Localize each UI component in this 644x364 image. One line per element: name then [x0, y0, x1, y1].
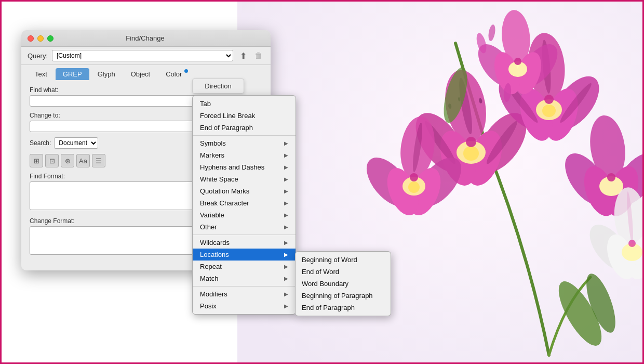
svg-point-25	[544, 95, 554, 104]
submenu-arrow-symbols: ▶	[284, 140, 288, 146]
svg-point-48	[514, 58, 521, 65]
menu-item-end-of-paragraph[interactable]: End of Paragraph	[193, 122, 296, 134]
list-icon[interactable]: ☰	[92, 154, 105, 167]
menu-separator-1	[193, 135, 296, 136]
submenu-arrow-hyphens: ▶	[284, 164, 288, 170]
submenu-arrow-quotes: ▶	[284, 188, 288, 194]
svg-point-24	[542, 105, 556, 117]
menu-item-repeat[interactable]: Repeat ▶	[193, 261, 296, 272]
menu-item-variable[interactable]: Variable ▶	[193, 209, 296, 221]
direction-panel: Direction	[192, 79, 244, 94]
dialog-title: Find/Change	[26, 34, 264, 42]
submenu-arrow-modifiers: ▶	[284, 291, 288, 297]
submenu-arrow-repeat: ▶	[284, 264, 288, 269]
submenu-arrow-posix: ▶	[284, 303, 288, 309]
submenu-item-end-of-word[interactable]: End of Word	[296, 266, 391, 278]
submenu-arrow-other: ▶	[284, 224, 288, 230]
tab-text[interactable]: Text	[28, 68, 55, 80]
locations-submenu: Beginning of Word End of Word Word Bound…	[295, 251, 391, 316]
tab-object[interactable]: Object	[124, 68, 158, 80]
svg-point-62	[628, 240, 636, 247]
delete-query-button[interactable]: 🗑	[253, 50, 264, 61]
tab-grep[interactable]: GREP	[56, 68, 89, 80]
svg-point-33	[408, 181, 420, 193]
menu-separator-3	[193, 286, 296, 287]
menu-item-other[interactable]: Other ▶	[193, 221, 296, 233]
submenu-arrow-break: ▶	[284, 200, 288, 206]
svg-point-41	[607, 173, 615, 181]
menu-item-wildcards[interactable]: Wildcards ▶	[193, 237, 296, 249]
menu-separator-2	[193, 235, 296, 235]
context-menu: Tab Forced Line Break End of Paragraph S…	[192, 95, 296, 315]
submenu-item-word-boundary[interactable]: Word Boundary	[296, 278, 391, 290]
submenu-arrow-wildcards: ▶	[284, 240, 288, 245]
submenu-arrow-variable: ▶	[284, 212, 288, 218]
direction-header-text: Direction	[205, 82, 231, 90]
whole-word-icon[interactable]: ⊡	[45, 154, 59, 167]
dialog-tabs: Text GREP Glyph Object Color	[21, 65, 271, 80]
dialog-titlebar: Find/Change	[21, 30, 271, 47]
menu-item-markers[interactable]: Markers ▶	[193, 149, 296, 161]
wrap-around-icon[interactable]: ⊛	[61, 154, 74, 167]
svg-point-11	[466, 137, 476, 147]
submenu-arrow-match: ▶	[284, 276, 288, 281]
svg-point-34	[410, 173, 418, 181]
menu-item-match[interactable]: Match ▶	[193, 272, 296, 284]
menu-item-posix[interactable]: Posix ▶	[193, 300, 296, 312]
menu-item-quotation-marks[interactable]: Quotation Marks ▶	[193, 185, 296, 197]
save-query-button[interactable]: ⬆	[237, 50, 249, 61]
menu-item-modifiers[interactable]: Modifiers ▶	[193, 288, 296, 300]
dialog-toolbar: Query: [Custom] ⬆ 🗑	[21, 47, 271, 65]
tab-color[interactable]: Color	[158, 68, 189, 80]
menu-item-locations[interactable]: Locations ▶	[193, 249, 296, 261]
svg-point-10	[463, 146, 479, 161]
menu-item-white-space[interactable]: White Space ▶	[193, 173, 296, 185]
menu-item-symbols[interactable]: Symbols ▶	[193, 137, 296, 149]
submenu-item-end-of-paragraph[interactable]: End of Paragraph	[296, 302, 391, 314]
query-select[interactable]: [Custom]	[52, 50, 233, 61]
other-search-icon[interactable]: Aa	[76, 154, 90, 167]
menu-item-tab[interactable]: Tab	[193, 98, 296, 110]
search-label: Search:	[30, 139, 51, 147]
menu-item-forced-line-break[interactable]: Forced Line Break	[193, 110, 296, 122]
submenu-arrow-whitespace: ▶	[284, 176, 288, 182]
submenu-arrow-markers: ▶	[284, 152, 288, 158]
submenu-arrow-locations: ▶	[284, 252, 288, 257]
tab-glyph[interactable]: Glyph	[90, 68, 123, 80]
submenu-item-beginning-of-word[interactable]: Beginning of Word	[296, 254, 391, 266]
search-select[interactable]: Document	[54, 137, 98, 149]
case-sensitive-icon[interactable]: ⊞	[30, 154, 43, 167]
menu-item-hyphens-dashes[interactable]: Hyphens and Dashes ▶	[193, 161, 296, 173]
query-label: Query:	[28, 52, 48, 60]
submenu-item-beginning-of-paragraph[interactable]: Beginning of Paragraph	[296, 290, 391, 302]
menu-item-break-character[interactable]: Break Character ▶	[193, 197, 296, 209]
